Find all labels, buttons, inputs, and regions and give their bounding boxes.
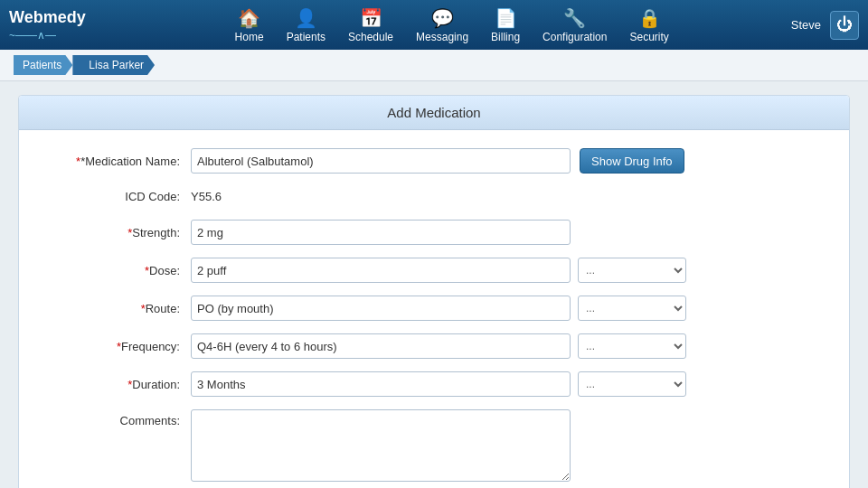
logout-button[interactable]: ⏻ bbox=[830, 11, 859, 40]
comments-input[interactable] bbox=[191, 409, 571, 482]
nav-label-configuration: Configuration bbox=[542, 31, 607, 43]
comments-row: Comments: bbox=[46, 409, 822, 482]
icd-code-value: Y55.6 bbox=[191, 186, 222, 207]
strength-input[interactable] bbox=[191, 220, 571, 245]
medication-name-label: **Medication Name: bbox=[46, 155, 191, 168]
dose-select[interactable]: ... bbox=[578, 258, 686, 283]
frequency-input[interactable] bbox=[191, 333, 571, 359]
frequency-select[interactable]: ... bbox=[578, 333, 686, 359]
add-medication-card: Add Medication **Medication Name: Show D… bbox=[18, 95, 850, 488]
icd-code-label: ICD Code: bbox=[46, 190, 191, 203]
nav-right: Steve ⏻ bbox=[791, 11, 859, 40]
nav-item-patients[interactable]: 👤 Patients bbox=[278, 4, 335, 47]
route-select[interactable]: ... bbox=[578, 296, 686, 321]
nav-label-billing: Billing bbox=[491, 31, 520, 43]
breadcrumb-patients[interactable]: Patients bbox=[14, 55, 72, 75]
medication-name-row: **Medication Name: Show Drug Info bbox=[46, 148, 822, 174]
dose-input[interactable] bbox=[191, 258, 571, 283]
nav-items: 🏠 Home 👤 Patients 📅 Schedule 💬 Messaging… bbox=[113, 4, 791, 47]
nav-item-messaging[interactable]: 💬 Messaging bbox=[407, 4, 477, 47]
username: Steve bbox=[791, 18, 821, 32]
icd-code-row: ICD Code: Y55.6 bbox=[46, 186, 822, 207]
logo-wave: ~——∧— bbox=[9, 29, 86, 42]
duration-input[interactable] bbox=[191, 371, 571, 397]
strength-label: *Strength: bbox=[46, 226, 191, 239]
dose-label: *Dose: bbox=[46, 264, 191, 277]
breadcrumb-lisa-parker[interactable]: Lisa Parker bbox=[72, 55, 155, 75]
route-label: *Route: bbox=[46, 302, 191, 315]
dose-row: *Dose: ... bbox=[46, 258, 822, 283]
show-drug-info-button[interactable]: Show Drug Info bbox=[580, 148, 684, 174]
comments-label: Comments: bbox=[46, 414, 191, 427]
nav-label-security: Security bbox=[629, 31, 668, 43]
duration-label: *Duration: bbox=[46, 378, 191, 391]
duration-row: *Duration: ... bbox=[46, 371, 822, 397]
duration-select[interactable]: ... bbox=[578, 371, 686, 397]
messaging-icon: 💬 bbox=[431, 7, 454, 29]
nav-item-schedule[interactable]: 📅 Schedule bbox=[339, 4, 402, 47]
configuration-icon: 🔧 bbox=[563, 7, 586, 29]
breadcrumb: Patients Lisa Parker bbox=[0, 50, 868, 81]
logo[interactable]: Webmedy ~——∧— bbox=[9, 8, 86, 42]
nav-item-home[interactable]: 🏠 Home bbox=[226, 4, 273, 47]
patients-icon: 👤 bbox=[295, 7, 317, 29]
card-body: **Medication Name: Show Drug Info ICD Co… bbox=[19, 130, 849, 488]
route-input[interactable] bbox=[191, 296, 571, 321]
home-icon: 🏠 bbox=[238, 7, 260, 29]
nav-label-patients: Patients bbox=[287, 31, 326, 43]
logout-icon: ⏻ bbox=[836, 15, 853, 34]
card-title: Add Medication bbox=[19, 96, 849, 130]
nav-item-billing[interactable]: 📄 Billing bbox=[482, 4, 529, 47]
nav-item-security[interactable]: 🔒 Security bbox=[620, 4, 677, 47]
nav-item-configuration[interactable]: 🔧 Configuration bbox=[533, 4, 616, 47]
frequency-label: *Frequency: bbox=[46, 340, 191, 353]
billing-icon: 📄 bbox=[495, 7, 517, 29]
nav-label-messaging: Messaging bbox=[416, 31, 468, 43]
medication-name-input[interactable] bbox=[191, 148, 571, 174]
route-row: *Route: ... bbox=[46, 296, 822, 321]
schedule-icon: 📅 bbox=[360, 7, 382, 29]
main-content: Add Medication **Medication Name: Show D… bbox=[0, 81, 868, 488]
nav-label-home: Home bbox=[235, 31, 264, 43]
nav-label-schedule: Schedule bbox=[348, 31, 393, 43]
frequency-row: *Frequency: ... bbox=[46, 333, 822, 359]
security-icon: 🔒 bbox=[638, 7, 661, 29]
top-navigation: Webmedy ~——∧— 🏠 Home 👤 Patients 📅 Schedu… bbox=[0, 0, 868, 50]
app-name: Webmedy bbox=[9, 8, 86, 27]
strength-row: *Strength: bbox=[46, 220, 822, 245]
